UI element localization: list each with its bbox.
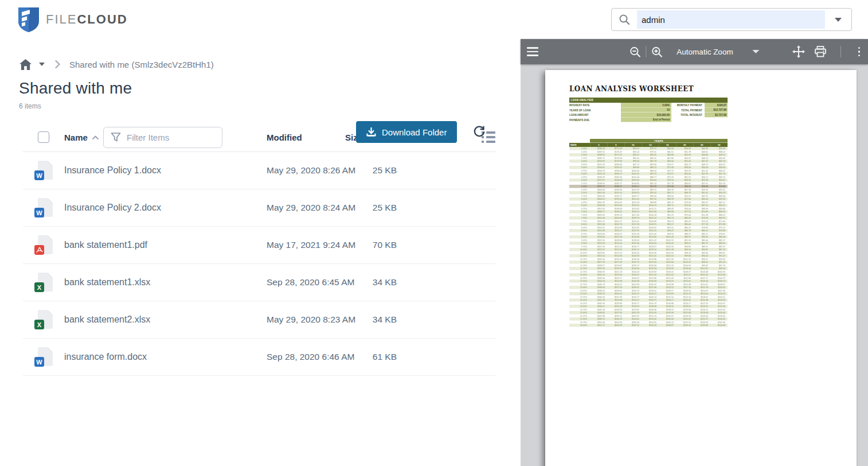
pan-tool-button[interactable] [792, 45, 805, 58]
chevron-right-icon [55, 60, 60, 68]
search-box [611, 8, 852, 31]
refresh-icon [473, 126, 486, 138]
loan-summary-row: LOAN AMOUNT$10,000.00TOTAL INTEREST$2,72… [569, 112, 728, 118]
brand-file: FILE [46, 12, 77, 26]
file-icon [36, 235, 53, 255]
print-button[interactable] [814, 46, 827, 57]
file-type-badge: X [34, 320, 44, 329]
rate-table: YEARS RATE35101215202530 2.00%$286.43$17… [569, 139, 728, 327]
search-icon [612, 14, 637, 25]
search-input-highlight [637, 10, 825, 29]
name-column-header[interactable]: Name [64, 133, 103, 142]
home-icon[interactable] [19, 59, 32, 71]
loan-summary-table: LOAN ANALYSIS INTEREST RATE5.00%MONTHLY … [569, 98, 728, 122]
file-row[interactable]: W Insurance Policy 2.docx May 29, 2020 8… [23, 189, 495, 227]
zoom-out-icon [629, 46, 641, 58]
zoom-in-icon [651, 46, 663, 58]
topbar: FILECLOUD [0, 0, 868, 39]
print-icon [814, 46, 827, 57]
file-size: 25 KB [358, 203, 397, 213]
file-row[interactable]: bank statement1.pdf May 17, 2021 9:24 AM… [23, 227, 495, 264]
download-folder-label: Download Folder [382, 127, 447, 137]
app-root: FILECLOUD [0, 0, 868, 466]
download-icon [366, 127, 376, 137]
title-actions: Download Folder [356, 121, 486, 143]
item-count: 6 items [19, 102, 521, 110]
file-name[interactable]: insurance form.docx [64, 352, 267, 362]
file-icon: X [36, 310, 53, 329]
file-name[interactable]: bank statement1.pdf [64, 240, 267, 250]
file-icon: W [36, 198, 53, 218]
file-type-badge: W [34, 357, 44, 367]
more-tools-button[interactable] [855, 47, 864, 57]
file-name[interactable]: Insurance Policy 2.docx [64, 203, 267, 213]
zoom-in-button[interactable] [651, 46, 663, 58]
zoom-dropdown-caret-icon[interactable] [753, 50, 760, 53]
pdf-viewport[interactable]: LOAN ANALYSIS WORKSHEET LOAN ANALYSIS IN… [521, 64, 868, 466]
file-icon: X [36, 273, 53, 292]
modified-column-header[interactable]: Modified [267, 133, 345, 142]
file-row[interactable]: W Insurance Policy 1.docx May 29, 2020 8… [23, 152, 495, 189]
zoom-controls: Automatic Zoom [629, 46, 759, 58]
file-modified: May 29, 2020 8:24 AM [267, 203, 358, 213]
pdf-toolbar: Automatic Zoom [521, 39, 868, 64]
title-row: Shared with me [0, 72, 521, 98]
file-row[interactable]: X bank statement1.xlsx Sep 28, 2020 6:45… [23, 264, 495, 301]
filecloud-shield-icon [17, 6, 40, 33]
toolbar-separator [646, 46, 646, 57]
filter-funnel-icon [111, 132, 121, 142]
file-row[interactable]: X bank statement2.xlsx May 29, 2020 8:23… [23, 301, 495, 339]
file-size: 70 KB [358, 240, 397, 250]
acrobat-glyph-icon [36, 247, 43, 253]
pan-icon [792, 45, 805, 58]
file-size: 34 KB [358, 277, 397, 288]
file-type-badge: W [34, 170, 44, 180]
rate-row: 16.00%$351.57$243.18$167.51$156.58$146.8… [569, 324, 728, 327]
filter-input[interactable] [127, 133, 207, 142]
brand-text: FILECLOUD [46, 12, 128, 27]
filter-box [103, 127, 222, 148]
loan-worksheet: LOAN ANALYSIS INTEREST RATE5.00%MONTHLY … [569, 98, 728, 327]
search-input[interactable] [637, 15, 825, 25]
toolbar-right [792, 45, 864, 58]
file-row[interactable]: W insurance form.docx Sep 28, 2020 6:46 … [23, 339, 495, 376]
file-name[interactable]: bank statement2.xlsx [64, 314, 267, 325]
file-modified: Sep 28, 2020 6:45 AM [267, 277, 358, 288]
breadcrumb-path[interactable]: Shared with me (Smlz3decVz2BtHh1) [69, 60, 214, 69]
years-band-label: YEARS [590, 139, 728, 143]
file-panel: Shared with me (Smlz3decVz2BtHh1) Shared… [0, 39, 521, 466]
file-type-badge [34, 245, 44, 255]
select-all-checkbox[interactable] [38, 131, 49, 143]
loan-summary-row: YEARS OF LOAN10TOTAL PAYMENT$12,727.86 [569, 108, 728, 113]
file-name[interactable]: Insurance Policy 1.docx [64, 165, 267, 176]
name-column-label: Name [64, 133, 88, 142]
file-icon: W [36, 161, 53, 180]
file-type-badge: W [34, 208, 44, 218]
file-modified: May 29, 2020 8:26 AM [267, 165, 358, 176]
file-name[interactable]: bank statement1.xlsx [64, 277, 267, 288]
zoom-level-select[interactable]: Automatic Zoom [677, 48, 733, 56]
main-split: Shared with me (Smlz3decVz2BtHh1) Shared… [0, 39, 868, 466]
refresh-button[interactable] [473, 126, 486, 138]
chevron-down-icon [835, 18, 842, 22]
brand-cloud: CLOUD [77, 12, 127, 26]
filecloud-logo[interactable]: FILECLOUD [17, 6, 128, 33]
file-type-badge: X [34, 282, 44, 292]
breadcrumb-caret-icon[interactable] [39, 63, 45, 66]
file-size: 61 KB [358, 352, 397, 362]
file-modified: Sep 28, 2020 6:46 AM [267, 352, 358, 362]
loan-summary-row: INTEREST RATE5.00%MONTHLY PAYMENT$106.07 [569, 103, 728, 108]
sidebar-toggle-button[interactable] [521, 47, 545, 56]
file-modified: May 17, 2021 9:24 AM [267, 240, 358, 250]
loan-summary-header: LOAN ANALYSIS [569, 98, 728, 103]
years-band: YEARS [569, 139, 728, 143]
file-size: 34 KB [358, 314, 397, 325]
file-list: W Insurance Policy 1.docx May 29, 2020 8… [23, 152, 495, 376]
file-modified: May 29, 2020 8:23 AM [267, 314, 358, 325]
zoom-out-button[interactable] [629, 46, 641, 58]
search-dropdown-button[interactable] [825, 18, 851, 22]
download-folder-button[interactable]: Download Folder [356, 121, 457, 143]
toolbar-separator [840, 46, 841, 57]
loan-summary-rows: INTEREST RATE5.00%MONTHLY PAYMENT$106.07… [569, 103, 728, 122]
pdf-page: LOAN ANALYSIS WORKSHEET LOAN ANALYSIS IN… [545, 70, 857, 466]
